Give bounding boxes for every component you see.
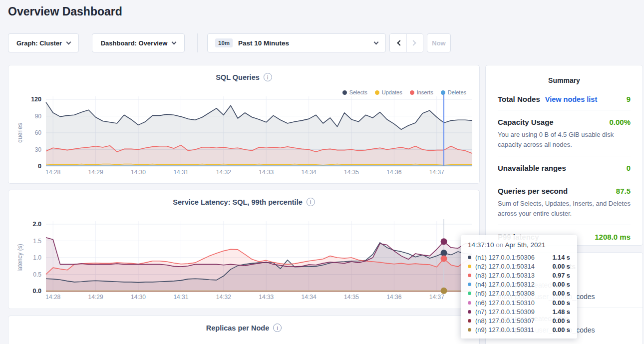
svg-text:14:34: 14:34 <box>302 169 317 176</box>
replicas-per-node-card: Replicas per Node i <box>8 316 480 344</box>
svg-text:14:37: 14:37 <box>429 169 444 176</box>
capacity-description: You are using 0 B of 4.5 GiB usable disk… <box>498 130 631 156</box>
svg-text:0.0: 0.0 <box>33 288 41 295</box>
time-next-button[interactable] <box>406 34 423 52</box>
tooltip-on: on <box>496 241 503 249</box>
series-dot-icon <box>468 256 471 259</box>
tooltip-timestamp: 14:37:10 on Apr 5th, 2021 <box>468 241 570 249</box>
unavailable-ranges-value: 0 <box>627 164 631 172</box>
series-dot-icon <box>468 310 471 314</box>
tooltip-rows: (n1) 127.0.0.1:503061.14 s(n2) 127.0.0.1… <box>468 253 570 335</box>
chevron-left-icon <box>397 40 402 45</box>
svg-text:queries: queries <box>16 123 23 142</box>
tooltip-node-label: (n8) 127.0.0.1:50307 <box>475 317 548 325</box>
tooltip-node-label: (n7) 127.0.0.1:50309 <box>475 308 548 316</box>
tooltip-node-value: 0.00 s <box>552 290 570 297</box>
tooltip-node-label: (n6) 127.0.0.1:50310 <box>475 299 548 307</box>
tooltip-node-value: 0.00 s <box>552 263 570 270</box>
tooltip-node-label: (n4) 127.0.0.1:50312 <box>475 281 548 288</box>
unavailable-ranges-label: Unavailable ranges <box>498 164 566 172</box>
time-range-label: Past 10 Minutes <box>238 39 369 47</box>
time-range-picker[interactable]: 10m Past 10 Minutes <box>207 33 386 52</box>
view-nodes-list-link[interactable]: View nodes list <box>545 95 598 103</box>
tooltip-node-row: (n7) 127.0.0.1:503091.48 s <box>468 307 570 316</box>
tooltip-node-value: 0.00 s <box>552 326 570 334</box>
dashboard-dropdown[interactable]: Dashboard: Overview <box>92 33 185 52</box>
service-latency-chart[interactable]: 14:2814:2914:3014:3114:3214:3314:3414:35… <box>15 218 474 306</box>
svg-text:14:33: 14:33 <box>259 169 274 176</box>
series-dot-icon <box>468 265 471 268</box>
tooltip-node-label: (n2) 127.0.0.1:50314 <box>475 263 548 270</box>
series-dot-icon <box>468 274 471 277</box>
svg-text:14:32: 14:32 <box>216 294 231 301</box>
tooltip-node-value: 0.00 s <box>552 317 570 325</box>
dashboard-dropdown-label: Dashboard: Overview <box>101 39 168 47</box>
info-icon[interactable]: i <box>264 73 272 81</box>
graph-dropdown[interactable]: Graph: Cluster <box>8 33 79 52</box>
series-dot-icon <box>468 328 471 332</box>
tooltip-node-row: (n8) 127.0.0.1:503070.00 s <box>468 316 570 325</box>
tooltip-node-row: (n5) 127.0.0.1:503080.00 s <box>468 289 570 298</box>
tooltip-time: 14:37:10 <box>468 241 494 249</box>
series-dot-icon <box>468 292 471 295</box>
svg-text:14:28: 14:28 <box>45 169 60 176</box>
tooltip-node-row: (n6) 127.0.0.1:503100.00 s <box>468 298 570 307</box>
svg-text:0.5: 0.5 <box>33 271 41 278</box>
tooltip-date: Apr 5th, 2021 <box>505 241 545 249</box>
qps-description: Sum of Selects, Updates, Inserts, and De… <box>498 199 631 225</box>
tooltip-node-value: 0.97 s <box>552 272 570 279</box>
tooltip-node-label: (n5) 127.0.0.1:50308 <box>475 290 548 297</box>
svg-text:14:30: 14:30 <box>131 169 146 176</box>
chevron-down-icon <box>172 40 177 45</box>
qps-label: Queries per second <box>498 187 568 195</box>
now-button[interactable]: Now <box>427 33 451 52</box>
svg-text:14:34: 14:34 <box>302 294 317 301</box>
chart-title: Service Latency: SQL, 99th percentile i <box>8 198 479 206</box>
time-step-buttons <box>389 33 423 52</box>
tooltip-node-row: (n3) 127.0.0.1:503130.97 s <box>468 271 570 280</box>
page-title: Overview Dashboard <box>8 5 122 18</box>
svg-text:14:37: 14:37 <box>429 294 444 301</box>
svg-text:14:32: 14:32 <box>216 169 231 176</box>
graph-dropdown-label: Graph: Cluster <box>16 39 62 47</box>
tooltip-node-row: (n4) 127.0.0.1:503120.00 s <box>468 280 570 289</box>
svg-text:latency (s): latency (s) <box>16 244 23 271</box>
tooltip-node-row: (n9) 127.0.0.1:503110.00 s <box>468 326 570 335</box>
svg-text:1.0: 1.0 <box>33 254 41 261</box>
series-dot-icon <box>468 301 471 305</box>
p99-latency-value: 1208.0 ms <box>595 233 631 241</box>
svg-text:2.0: 2.0 <box>33 221 41 228</box>
info-icon[interactable]: i <box>307 198 315 206</box>
sql-queries-card: SQL Queries i SelectsUpdatesInsertsDelet… <box>8 65 480 184</box>
service-latency-card: Service Latency: SQL, 99th percentile i … <box>8 190 480 309</box>
svg-text:14:29: 14:29 <box>88 169 103 176</box>
svg-text:60: 60 <box>35 129 42 136</box>
svg-text:14:30: 14:30 <box>131 294 146 301</box>
time-prev-button[interactable] <box>390 34 406 52</box>
svg-text:120: 120 <box>31 96 41 103</box>
dashboard-controls: Graph: Cluster Dashboard: Overview 10m P… <box>8 33 451 52</box>
svg-text:14:35: 14:35 <box>344 294 359 301</box>
tooltip-node-row: (n1) 127.0.0.1:503061.14 s <box>468 253 570 262</box>
svg-text:1.5: 1.5 <box>33 238 41 245</box>
svg-text:14:36: 14:36 <box>386 294 401 301</box>
summary-title: Summary <box>498 76 631 84</box>
series-dot-icon <box>468 283 471 286</box>
chart-title: Replicas per Node i <box>8 324 479 332</box>
tooltip-node-value: 0.00 s <box>552 299 570 307</box>
svg-text:14:35: 14:35 <box>344 169 359 176</box>
info-icon[interactable]: i <box>273 324 282 332</box>
svg-text:30: 30 <box>35 146 42 153</box>
tooltip-node-label: (n9) 127.0.0.1:50311 <box>475 326 548 334</box>
svg-text:14:28: 14:28 <box>45 294 60 301</box>
tooltip-node-label: (n3) 127.0.0.1:50313 <box>475 272 548 279</box>
svg-text:14:31: 14:31 <box>173 169 188 176</box>
svg-text:90: 90 <box>35 113 42 120</box>
chart-title: SQL Queries i <box>8 73 479 81</box>
chevron-down-icon <box>66 40 71 45</box>
toolbar-divider <box>197 33 198 52</box>
total-nodes-value: 9 <box>627 95 631 103</box>
chart-title-text: SQL Queries <box>216 73 260 81</box>
summary-row-total-nodes: Total Nodes View nodes list 9 <box>498 87 631 110</box>
sql-queries-chart[interactable]: 14:2814:2914:3014:3114:3214:3314:3414:35… <box>15 93 474 181</box>
